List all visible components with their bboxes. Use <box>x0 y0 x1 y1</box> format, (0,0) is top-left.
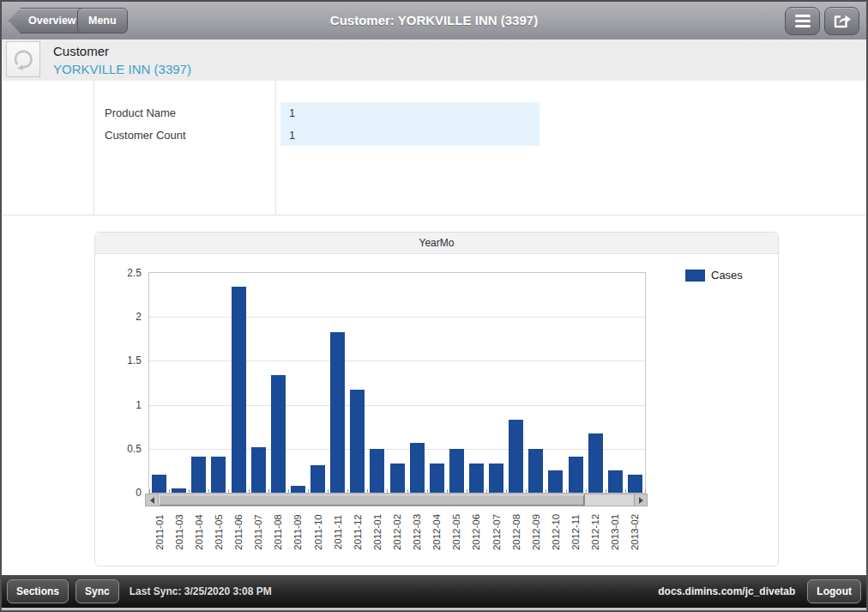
axis-tick <box>189 489 190 493</box>
bar <box>191 457 206 493</box>
axis-tick <box>606 489 606 493</box>
x-tick-label: 2012-12 <box>590 514 600 550</box>
share-icon <box>833 13 852 29</box>
divider <box>93 81 94 215</box>
bar <box>172 488 186 493</box>
y-tick-label: 1 <box>102 399 142 411</box>
bar <box>251 447 266 493</box>
x-tick-label: 2011-10 <box>313 514 323 549</box>
axis-tick <box>208 489 209 493</box>
x-tick-label: 2012-10 <box>551 514 561 550</box>
chart-title: YearMo <box>95 233 778 254</box>
axis-tick <box>645 489 646 493</box>
axis-tick <box>467 489 467 493</box>
y-tick-label: 2 <box>102 311 142 323</box>
legend-swatch <box>685 270 705 282</box>
x-axis-labels: 2011-012011-032011-042011-052011-062011-… <box>148 509 646 555</box>
bar <box>569 457 583 493</box>
bottom-bar: Sections Sync Last Sync: 3/25/2020 3:08 … <box>2 575 866 610</box>
sections-button[interactable]: Sections <box>7 579 69 603</box>
scrollbar-track[interactable] <box>585 494 634 506</box>
grid-line <box>149 405 645 406</box>
axis-tick <box>546 489 546 493</box>
y-axis-labels: 00.511.522.5 <box>102 272 142 494</box>
app-window: Overview Menu Customer: YORKVILLE INN (3… <box>0 0 868 612</box>
axis-tick <box>447 489 448 493</box>
bar <box>608 470 623 493</box>
hamburger-icon <box>795 15 811 27</box>
right-arrow-icon <box>639 497 643 504</box>
bar <box>152 475 166 494</box>
x-tick-label: 2012-03 <box>412 514 422 550</box>
x-tick-label: 2012-01 <box>372 514 383 550</box>
bar <box>350 390 365 493</box>
bar <box>370 449 384 493</box>
x-tick-label: 2011-11 <box>333 515 343 550</box>
refresh-icon <box>10 46 36 72</box>
x-tick-label: 2011-06 <box>233 514 244 549</box>
scroll-left-button[interactable] <box>146 494 159 506</box>
x-tick-label: 2011-03 <box>174 514 184 549</box>
divider <box>275 81 276 215</box>
x-tick-label: 2013-02 <box>630 514 640 550</box>
axis-tick <box>526 489 527 493</box>
last-sync-text: Last Sync: 3/25/2020 3:08 PM <box>130 585 272 597</box>
bar <box>628 475 642 494</box>
axis-tick <box>407 489 408 493</box>
bar <box>430 464 444 493</box>
axis-tick <box>566 489 567 493</box>
chart-h-scrollbar <box>145 494 648 506</box>
list-menu-button[interactable] <box>785 7 820 35</box>
axis-tick <box>367 489 368 493</box>
refresh-button[interactable] <box>6 41 40 77</box>
axis-tick <box>387 489 388 493</box>
bar <box>469 464 484 493</box>
x-tick-label: 2012-11 <box>570 514 581 549</box>
sync-button[interactable]: Sync <box>75 579 119 603</box>
axis-tick <box>486 489 487 493</box>
top-bar: Overview Menu Customer: YORKVILLE INN (3… <box>2 2 866 40</box>
axis-tick <box>347 489 348 493</box>
scroll-right-button[interactable] <box>634 494 647 506</box>
grid-line <box>149 449 645 450</box>
y-tick-label: 0 <box>102 487 142 499</box>
x-tick-label: 2012-07 <box>491 514 502 550</box>
field-value-product-name: 1 <box>280 102 539 124</box>
axis-tick <box>149 489 150 493</box>
axis-tick <box>625 489 626 493</box>
left-arrow-icon <box>150 497 154 504</box>
legend-label: Cases <box>711 269 743 282</box>
plot-area <box>148 272 646 494</box>
y-tick-label: 2.5 <box>102 267 142 279</box>
logout-button[interactable]: Logout <box>807 579 861 603</box>
x-tick-label: 2012-04 <box>431 514 442 550</box>
axis-tick <box>586 489 587 493</box>
sub-header: Customer YORKVILLE INN (3397) <box>2 39 866 82</box>
x-tick-label: 2012-06 <box>471 514 481 550</box>
axis-tick <box>228 489 229 493</box>
bar <box>509 420 523 493</box>
x-tick-label: 2012-09 <box>531 514 541 550</box>
axis-tick <box>288 489 289 493</box>
section-label: Customer <box>53 42 191 60</box>
bar <box>390 464 405 493</box>
page-title: Customer: YORKVILLE INN (3397) <box>2 2 866 39</box>
bar <box>232 287 246 493</box>
bar <box>330 332 345 493</box>
customer-link[interactable]: YORKVILLE INN (3397) <box>53 60 191 78</box>
axis-tick <box>308 489 309 493</box>
chart-legend: Cases <box>685 269 743 282</box>
y-tick-label: 1.5 <box>102 354 142 367</box>
share-button[interactable] <box>824 7 859 35</box>
field-label-customer-count: Customer Count <box>105 124 186 147</box>
axis-tick <box>427 489 428 493</box>
details-panel: Product Name Customer Count 1 1 <box>2 81 866 215</box>
x-tick-label: 2013-01 <box>610 514 620 550</box>
scrollbar-thumb[interactable] <box>159 494 585 506</box>
axis-tick <box>268 489 269 493</box>
bar <box>310 465 325 493</box>
axis-tick <box>249 489 250 493</box>
grid-line <box>149 317 645 318</box>
x-tick-label: 2011-05 <box>214 514 224 549</box>
x-tick-label: 2011-04 <box>194 514 204 549</box>
